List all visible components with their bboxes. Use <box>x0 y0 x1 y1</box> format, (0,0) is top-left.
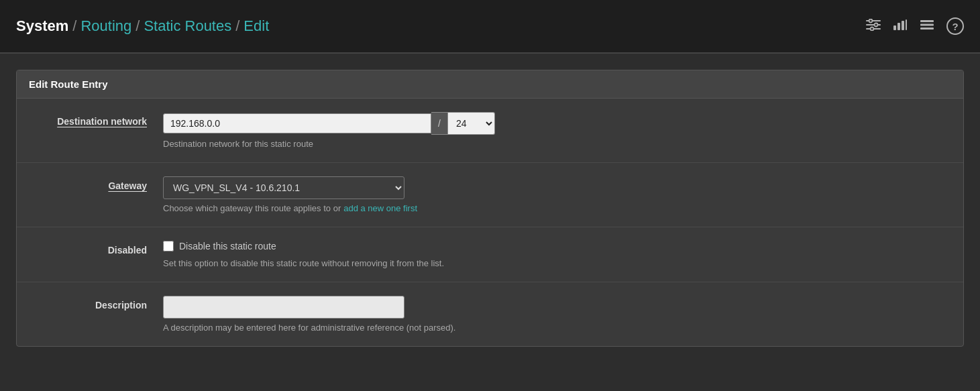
disabled-checkbox-label: Disable this static route <box>179 241 276 252</box>
disabled-row: Disabled Disable this static route Set t… <box>17 227 963 282</box>
add-new-gateway-link[interactable]: add a new one first <box>343 203 417 213</box>
svg-rect-9 <box>906 19 907 30</box>
svg-point-5 <box>871 27 874 30</box>
svg-rect-8 <box>902 21 904 30</box>
breadcrumb-system: System <box>16 17 68 35</box>
dest-network-input-row: / 8 16 24 32 <box>163 112 951 135</box>
help-icon[interactable]: ? <box>946 17 964 35</box>
destination-network-help: Destination network for this static rout… <box>163 139 951 149</box>
gateway-help-prefix: Choose which gateway this route applies … <box>163 203 341 213</box>
gateway-help-text: Choose which gateway this route applies … <box>163 203 951 213</box>
gateway-row: Gateway WG_VPN_SL_V4 - 10.6.210.1 Choose… <box>17 163 963 227</box>
description-input[interactable] <box>163 296 404 319</box>
gateway-controls: WG_VPN_SL_V4 - 10.6.210.1 Choose which g… <box>163 176 951 213</box>
disabled-label: Disabled <box>29 241 163 256</box>
list-icon[interactable] <box>920 19 934 34</box>
disabled-checkbox-row: Disable this static route <box>163 241 951 252</box>
prefix-length-select[interactable]: 8 16 24 32 <box>448 112 495 135</box>
header: System / Routing / Static Routes / Edit <box>0 0 980 54</box>
svg-point-3 <box>869 19 873 22</box>
sliders-icon[interactable] <box>866 19 881 34</box>
breadcrumb-edit: Edit <box>243 17 269 35</box>
gateway-label: Gateway <box>29 176 163 191</box>
breadcrumb-sep2: / <box>135 17 140 35</box>
form-card-title: Edit Route Entry <box>29 78 108 90</box>
svg-rect-7 <box>897 23 900 30</box>
destination-network-label: Destination network <box>29 112 163 127</box>
svg-rect-6 <box>893 25 896 30</box>
disabled-controls: Disable this static route Set this optio… <box>163 241 951 268</box>
svg-rect-10 <box>920 20 934 22</box>
svg-point-4 <box>875 23 878 26</box>
disabled-checkbox[interactable] <box>163 241 174 252</box>
description-controls: A description may be entered here for ad… <box>163 296 951 333</box>
main-content: Edit Route Entry Destination network / 8… <box>0 54 980 363</box>
breadcrumb-sep1: / <box>72 17 76 35</box>
description-help-text: A description may be entered here for ad… <box>163 323 951 333</box>
slash-separator: / <box>431 112 448 135</box>
breadcrumb-static-routes[interactable]: Static Routes <box>144 17 231 35</box>
svg-rect-11 <box>920 23 934 25</box>
svg-rect-12 <box>920 27 934 30</box>
description-row: Description A description may be entered… <box>17 282 963 346</box>
gateway-select[interactable]: WG_VPN_SL_V4 - 10.6.210.1 <box>163 176 404 199</box>
destination-network-controls: / 8 16 24 32 Destination network for thi… <box>163 112 951 149</box>
header-icons: ? <box>866 17 964 35</box>
chart-icon[interactable] <box>893 19 908 34</box>
breadcrumb-routing[interactable]: Routing <box>80 17 131 35</box>
description-label: Description <box>29 296 163 311</box>
destination-network-row: Destination network / 8 16 24 32 Destina… <box>17 99 963 163</box>
destination-network-input[interactable] <box>163 113 431 133</box>
disabled-help-text: Set this option to disable this static r… <box>163 258 951 268</box>
breadcrumb-sep3: / <box>235 17 239 35</box>
form-card-header: Edit Route Entry <box>17 70 963 99</box>
breadcrumb: System / Routing / Static Routes / Edit <box>16 17 269 35</box>
form-card: Edit Route Entry Destination network / 8… <box>16 70 964 347</box>
